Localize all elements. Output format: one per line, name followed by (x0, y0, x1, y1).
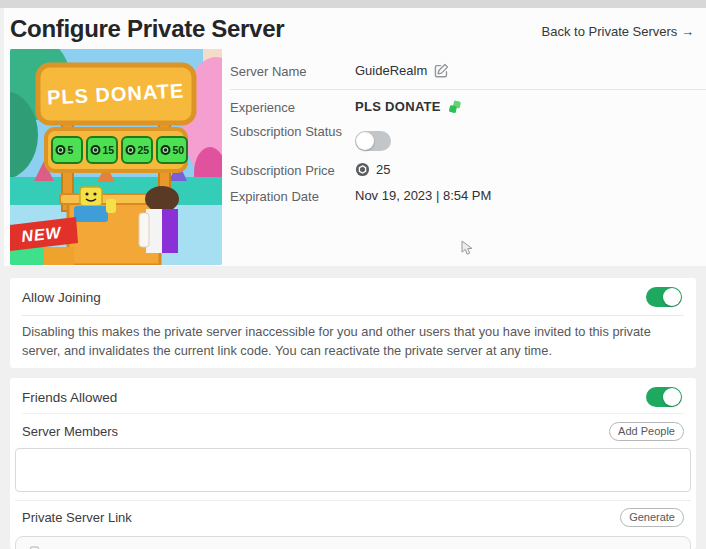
toggle-knob (356, 132, 374, 150)
back-to-private-servers-link[interactable]: Back to Private Servers → (542, 24, 694, 39)
price-button-25: 25 (138, 144, 150, 156)
expiration-date-text: Nov 19, 2023 | 8:54 PM (355, 188, 491, 203)
experience-value[interactable]: PLS DONATE (355, 99, 441, 114)
section-divider (22, 315, 684, 316)
server-details: Server Name GuideRealm Experience PLS DO… (230, 56, 706, 256)
server-members-label: Server Members (22, 424, 118, 439)
subscription-status-value-row (355, 131, 391, 151)
server-name-value-row: GuideRealm (355, 63, 449, 78)
allow-joining-description: Disabling this makes the private server … (22, 322, 686, 360)
toggle-knob (663, 288, 681, 306)
add-people-button[interactable]: Add People (609, 422, 684, 441)
price-button-5: 5 (68, 144, 74, 156)
friends-allowed-toggle[interactable] (646, 387, 682, 407)
allow-joining-toggle[interactable] (646, 287, 682, 307)
subscription-status-toggle[interactable] (355, 131, 391, 151)
server-name-label: Server Name (230, 64, 348, 80)
subscription-price-value-row: 25 (355, 162, 390, 177)
subscription-status-label: Subscription Status (230, 124, 348, 140)
experience-label: Experience (230, 100, 348, 116)
experience-link-icon (448, 100, 462, 114)
price-button-50: 50 (173, 144, 185, 156)
experience-value-row: PLS DONATE (355, 99, 462, 114)
thumbnail-art: PLS DONATE 5 15 25 50 (10, 49, 222, 265)
expiration-date-label: Expiration Date (230, 189, 348, 205)
private-server-link-field[interactable] (15, 536, 691, 549)
friends-allowed-label: Friends Allowed (22, 390, 117, 405)
generate-link-button[interactable]: Generate (620, 508, 684, 527)
experience-thumbnail[interactable]: PLS DONATE 5 15 25 50 (10, 49, 222, 265)
window-top-strip (0, 0, 706, 8)
server-members-box[interactable] (15, 448, 691, 492)
subscription-price-label: Subscription Price (230, 163, 348, 179)
page-title: Configure Private Server (10, 15, 284, 43)
allow-joining-section: Allow Joining Disabling this makes the p… (10, 278, 696, 368)
join-experience-link-input[interactable] (48, 546, 680, 549)
private-server-link-label: Private Server Link (22, 510, 132, 525)
section-divider (15, 500, 691, 501)
section-divider (22, 413, 684, 414)
members-and-link-section: Friends Allowed Server Members Add Peopl… (10, 378, 696, 549)
price-button-15: 15 (103, 144, 115, 156)
configure-private-server-page: { "page": { "title": "Configure Private … (0, 0, 706, 549)
allow-joining-label: Allow Joining (22, 290, 101, 305)
toggle-knob (663, 388, 681, 406)
subscription-price-value: 25 (376, 162, 390, 177)
robux-icon (355, 162, 370, 177)
details-divider (230, 89, 706, 90)
expiration-date-value: Nov 19, 2023 | 8:54 PM (355, 188, 491, 203)
edit-server-name-icon[interactable] (434, 63, 449, 78)
server-name-value: GuideRealm (355, 63, 427, 78)
